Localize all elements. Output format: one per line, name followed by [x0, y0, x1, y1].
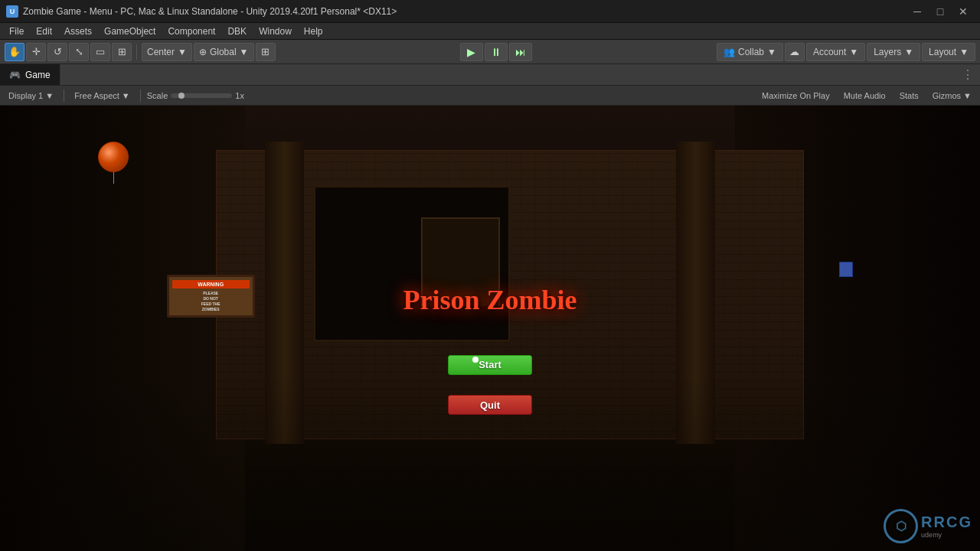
menu-dbk[interactable]: DBK — [221, 24, 253, 38]
scale-control: Scale 1x — [147, 91, 244, 100]
snap-button[interactable]: ⊞ — [256, 43, 276, 61]
floating-orb — [98, 142, 132, 184]
collab-chevron: ▼ — [767, 47, 776, 57]
layout-chevron: ▼ — [959, 47, 969, 57]
toolbar: ✋ ✛ ↺ ⤡ ▭ ⊞ Center ▼ ⊕ Global ▼ ⊞ ▶ ⏸ ⏭ … — [0, 40, 980, 64]
menubar: File Edit Assets GameObject Component DB… — [0, 23, 980, 40]
titlebar: U Zombie Game - Menu - PC, Mac & Linux S… — [0, 0, 980, 23]
aspect-chevron: ▼ — [122, 91, 130, 100]
space-icon: ⊕ — [199, 47, 207, 57]
aspect-label: Free Aspect — [74, 91, 119, 100]
maximize-button[interactable]: □ — [929, 3, 951, 20]
layers-dropdown[interactable]: Layers ▼ — [867, 43, 920, 61]
move-tool-button[interactable]: ✛ — [26, 43, 46, 61]
watermark-text-group: RRCG udemy — [921, 514, 972, 539]
rotate-tool-button[interactable]: ↺ — [47, 43, 67, 61]
watermark-logo: ⬡ — [884, 509, 918, 543]
scene-content: WARNING PLEASEDO NOTFEED THEZOMBIES Pris… — [0, 106, 980, 551]
scale-tool-button[interactable]: ⤡ — [69, 43, 89, 61]
pivot-dropdown[interactable]: Center ▼ — [142, 43, 192, 61]
separator-1 — [136, 44, 137, 60]
layers-label: Layers — [874, 47, 901, 57]
gizmos-button[interactable]: Gizmos ▼ — [929, 90, 975, 102]
menu-edit[interactable]: Edit — [30, 24, 58, 38]
menu-gameobject[interactable]: GameObject — [98, 24, 162, 38]
pause-button[interactable]: ⏸ — [485, 43, 508, 61]
display-label: Display 1 — [8, 91, 43, 100]
scale-value: 1x — [235, 91, 244, 100]
menu-component[interactable]: Component — [162, 24, 221, 38]
account-dropdown[interactable]: Account ▼ — [806, 43, 865, 61]
game-toolbar: Display 1 ▼ Free Aspect ▼ Scale 1x Maxim… — [0, 86, 980, 106]
aspect-selector[interactable]: Free Aspect ▼ — [70, 90, 134, 102]
watermark: ⬡ RRCG udemy — [884, 509, 972, 543]
maximize-on-play-button[interactable]: Maximize On Play — [758, 90, 834, 102]
scale-slider[interactable] — [171, 93, 232, 98]
menu-help[interactable]: Help — [298, 24, 329, 38]
stats-button[interactable]: Stats — [896, 90, 923, 102]
space-chevron: ▼ — [240, 47, 249, 57]
layout-label: Layout — [929, 47, 956, 57]
app-icon: U — [6, 5, 18, 18]
close-button[interactable]: ✕ — [952, 3, 974, 20]
scale-handle[interactable] — [178, 93, 185, 99]
gt-sep-1 — [64, 90, 64, 102]
orb-string — [113, 172, 114, 184]
hand-tool-button[interactable]: ✋ — [5, 43, 24, 61]
game-tab[interactable]: 🎮 Game — [0, 64, 60, 85]
watermark-brand: RRCG — [921, 514, 972, 531]
tabbar: 🎮 Game ⋮ — [0, 64, 980, 86]
warning-text: PLEASEDO NOTFEED THEZOMBIES — [172, 291, 250, 312]
game-viewport: WARNING PLEASEDO NOTFEED THEZOMBIES Pris… — [0, 106, 980, 551]
minimize-button[interactable]: ─ — [906, 3, 928, 20]
watermark-sub: udemy — [921, 531, 972, 539]
collab-button[interactable]: 👥 Collab ▼ — [717, 43, 783, 61]
blue-object — [839, 262, 853, 277]
menu-window[interactable]: Window — [253, 24, 298, 38]
account-chevron: ▼ — [849, 47, 858, 57]
game-tab-label: Game — [25, 70, 51, 80]
scale-label: Scale — [147, 91, 168, 100]
mute-audio-button[interactable]: Mute Audio — [840, 90, 890, 102]
gt-sep-2 — [140, 90, 141, 102]
play-button[interactable]: ▶ — [460, 43, 483, 61]
collab-label: Collab — [738, 47, 764, 57]
space-dropdown[interactable]: ⊕ Global ▼ — [194, 43, 254, 61]
warning-sign: WARNING PLEASEDO NOTFEED THEZOMBIES — [167, 275, 255, 318]
menu-file[interactable]: File — [3, 24, 30, 38]
collab-icon: 👥 — [724, 47, 735, 57]
pivot-chevron: ▼ — [178, 47, 187, 57]
layout-dropdown[interactable]: Layout ▼ — [922, 43, 975, 61]
tab-more-options[interactable]: ⋮ — [956, 64, 980, 85]
display-selector[interactable]: Display 1 ▼ — [5, 90, 57, 102]
menu-assets[interactable]: Assets — [58, 24, 98, 38]
quit-button[interactable]: Quit — [448, 395, 532, 415]
window-title: Zombie Game - Menu - PC, Mac & Linux Sta… — [23, 6, 906, 17]
game-toolbar-right: Maximize On Play Mute Audio Stats Gizmos… — [758, 90, 975, 102]
display-chevron: ▼ — [45, 91, 54, 100]
step-button[interactable]: ⏭ — [509, 43, 532, 61]
gizmos-chevron: ▼ — [963, 91, 972, 100]
cloud-button[interactable]: ☁ — [785, 43, 805, 61]
start-button[interactable]: Start — [448, 355, 532, 375]
warning-header: WARNING — [172, 280, 250, 289]
layers-chevron: ▼ — [904, 47, 913, 57]
space-label: Global — [210, 47, 237, 57]
orb-circle — [98, 142, 129, 172]
game-tab-icon: 🎮 — [9, 70, 21, 80]
account-label: Account — [813, 47, 846, 57]
pivot-label: Center — [147, 47, 175, 57]
rect-tool-button[interactable]: ▭ — [90, 43, 110, 61]
game-title: Prison Zombie — [403, 284, 577, 316]
transform-tool-button[interactable]: ⊞ — [112, 43, 132, 61]
watermark-logo-text: ⬡ — [896, 519, 906, 533]
window-controls: ─ □ ✕ — [906, 3, 974, 20]
